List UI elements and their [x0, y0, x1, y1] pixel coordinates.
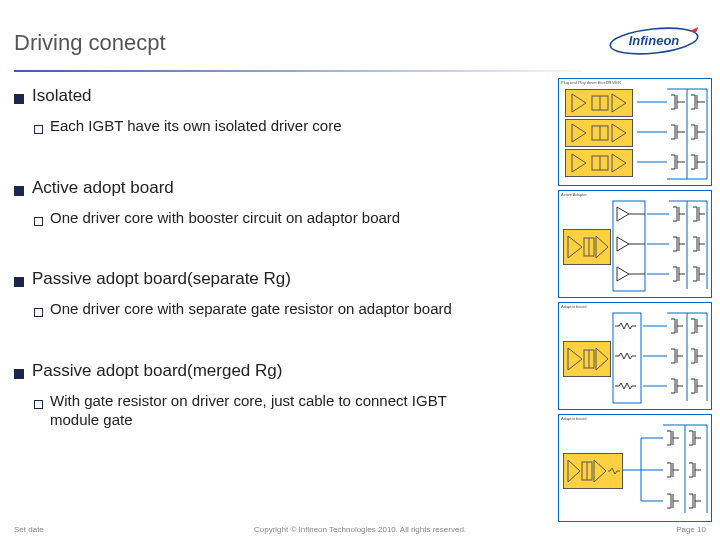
bullet-heading: Passive adopt board(separate Rg) [32, 269, 291, 289]
svg-marker-6 [572, 124, 586, 142]
diagram-label: Adaptor board [561, 416, 586, 421]
diagram-isolated: Plug and Play driver EiceDRIVER [558, 78, 712, 186]
subbullet-isolated: Each IGBT have its own isolated driver c… [34, 116, 474, 136]
diagram-passive-merged: Adaptor board [558, 414, 712, 522]
page-title: Driving conecpt [14, 30, 166, 56]
square-bullet-icon [14, 277, 24, 287]
hollow-square-icon [34, 400, 43, 409]
svg-marker-5 [612, 94, 626, 112]
booster-icon [611, 199, 647, 293]
svg-marker-24 [596, 236, 608, 258]
footer-copyright: Copyright © Infineon Technologies 2010. … [254, 525, 466, 534]
svg-text:Infineon: Infineon [629, 33, 680, 48]
diagram-passive-sep: Adaptor board [558, 302, 712, 410]
hollow-square-icon [34, 125, 43, 134]
diagram-label: Adaptor board [561, 304, 586, 309]
subbullet-passive-merged: With gate resistor on driver core, just … [34, 391, 474, 430]
svg-marker-38 [568, 348, 582, 370]
diagram-active-adopt: Active Adaptor [558, 190, 712, 298]
diagram-label: Active Adaptor [561, 192, 587, 197]
subbullet-active-adopt: One driver core with booster circuit on … [34, 208, 474, 228]
bullet-sub: One driver core with separate gate resis… [50, 299, 452, 319]
subbullet-passive-sep: One driver core with separate gate resis… [34, 299, 474, 319]
square-bullet-icon [14, 186, 24, 196]
svg-marker-41 [596, 348, 608, 370]
infineon-logo: Infineon [608, 25, 700, 61]
square-bullet-icon [14, 369, 24, 379]
mosfet-array-icon [647, 199, 709, 293]
bullet-sub: With gate resistor on driver core, just … [50, 391, 474, 430]
mosfet-array-icon [623, 423, 709, 517]
svg-marker-2 [572, 94, 586, 112]
mosfet-array-icon [637, 85, 709, 183]
hollow-square-icon [34, 217, 43, 226]
hollow-square-icon [34, 308, 43, 317]
svg-marker-9 [612, 124, 626, 142]
resistor-block-icon [611, 311, 643, 405]
square-bullet-icon [14, 94, 24, 104]
diagram-label: Plug and Play driver EiceDRIVER [561, 80, 621, 85]
footer-date: Set date [14, 525, 44, 534]
svg-marker-10 [572, 154, 586, 172]
mosfet-array-icon [643, 311, 709, 405]
svg-marker-13 [612, 154, 626, 172]
svg-marker-49 [568, 460, 580, 482]
footer: Set date Copyright © Infineon Technologi… [14, 525, 706, 534]
svg-marker-52 [594, 460, 606, 482]
svg-marker-21 [568, 236, 582, 258]
bullet-sub: Each IGBT have its own isolated driver c… [50, 116, 342, 136]
diagram-column: Plug and Play driver EiceDRIVER [558, 78, 712, 522]
bullet-heading: Active adopt board [32, 178, 174, 198]
bullet-heading: Isolated [32, 86, 92, 106]
footer-page: Page 10 [676, 525, 706, 534]
bullet-heading: Passive adopt board(merged Rg) [32, 361, 282, 381]
header-rule [14, 70, 582, 72]
bullet-sub: One driver core with booster circuit on … [50, 208, 400, 228]
